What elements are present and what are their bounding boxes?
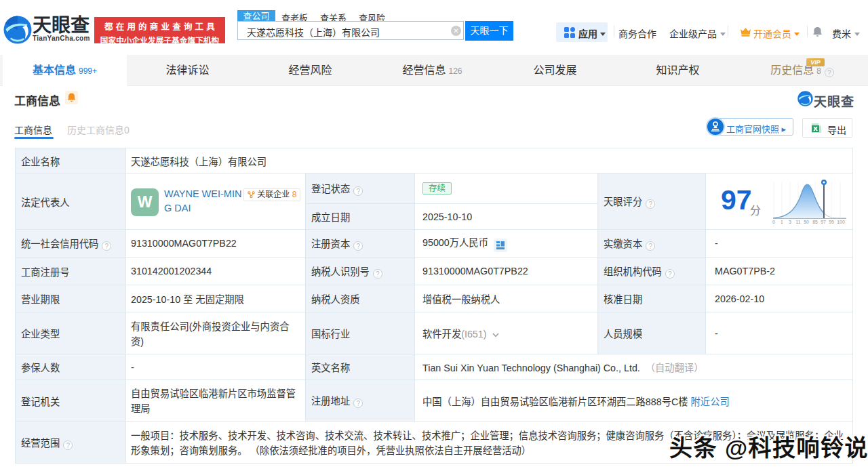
svg-text:99: 99 (829, 220, 834, 224)
svg-text:97: 97 (821, 220, 826, 224)
svg-text:1: 1 (781, 220, 783, 224)
svg-text:0: 0 (772, 220, 775, 224)
svg-text:50: 50 (804, 220, 809, 224)
svg-text:100: 100 (837, 220, 845, 224)
svg-text:85: 85 (812, 220, 818, 224)
svg-text:11: 11 (795, 220, 800, 224)
svg-text:3: 3 (789, 220, 791, 224)
